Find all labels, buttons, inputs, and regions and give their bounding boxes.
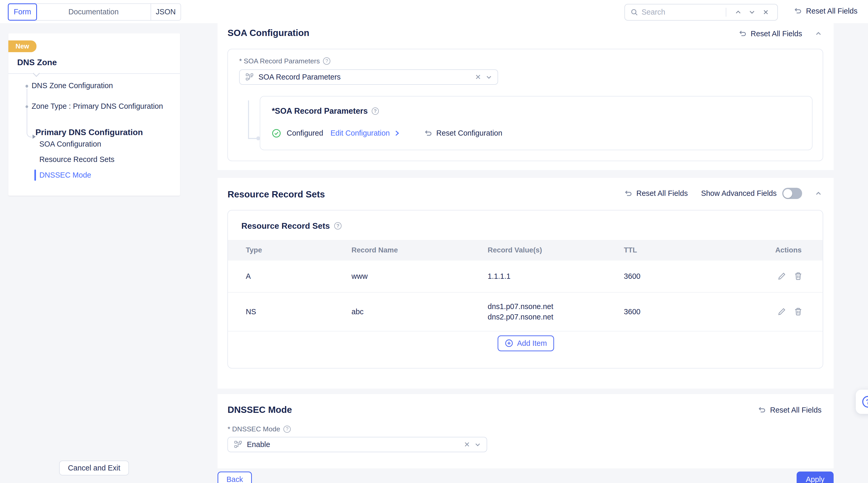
soa-collapse-chevron-up-icon[interactable] xyxy=(815,30,822,36)
rrs-table: Type Record Name Record Value(s) TTL Act… xyxy=(228,240,823,332)
dnssec-reset-all-fields[interactable]: Reset All Fields xyxy=(758,406,822,415)
chevron-right-icon[interactable] xyxy=(394,130,400,137)
reset-icon xyxy=(794,7,802,15)
soa-record-parameters-panel: *SOA Record Parameters ? Configured Edit… xyxy=(260,96,813,150)
help-icon[interactable]: ? xyxy=(372,108,379,115)
delete-row-trash-icon[interactable] xyxy=(794,272,803,281)
new-badge: New xyxy=(8,40,36,52)
search-divider xyxy=(726,8,726,17)
rrs-reset-all-fields[interactable]: Reset All Fields xyxy=(624,189,688,198)
col-header-record-name: Record Name xyxy=(351,246,488,254)
nav-tree-guide xyxy=(27,89,32,137)
soa-record-parameters-dropdown[interactable]: SOA Record Parameters ✕ xyxy=(239,69,498,85)
apply-button[interactable]: Apply xyxy=(797,472,834,483)
resource-record-sets-card: Resource Record Sets ? Type Record Name … xyxy=(227,210,823,369)
cell-ttl: 3600 xyxy=(624,308,741,316)
cell-record-values: 1.1.1.1 xyxy=(488,271,624,281)
cell-record-values: dns1.p07.nsone.net dns2.p07.nsone.net xyxy=(488,301,624,322)
search-prev-icon[interactable] xyxy=(731,9,745,15)
table-row: NS abc dns1.p07.nsone.net dns2.p07.nsone… xyxy=(228,293,823,332)
reset-icon xyxy=(739,29,747,38)
cell-type: A xyxy=(228,272,351,281)
rrs-card-title: Resource Record Sets xyxy=(241,221,330,231)
collapse-notch-icon[interactable] xyxy=(33,70,40,77)
plus-circle-icon xyxy=(505,339,513,347)
reset-icon xyxy=(758,406,766,414)
sidebar-item-soa-configuration[interactable]: SOA Configuration xyxy=(39,140,101,148)
add-item-button[interactable]: Add Item xyxy=(498,335,554,351)
help-icon[interactable]: ? xyxy=(323,57,330,65)
soa-field-label: * SOA Record Parameters xyxy=(239,57,320,65)
search-clear-icon[interactable] xyxy=(759,9,773,15)
search-box xyxy=(624,4,778,21)
edit-row-pencil-icon[interactable] xyxy=(777,272,786,281)
back-button[interactable]: Back xyxy=(218,472,252,483)
sidebar-item-primary-dns-configuration[interactable]: Primary DNS Configuration xyxy=(35,127,143,137)
edit-row-pencil-icon[interactable] xyxy=(777,307,786,316)
reset-all-fields-global[interactable]: Reset All Fields xyxy=(794,7,857,16)
help-icon[interactable]: ? xyxy=(334,222,342,229)
col-header-type: Type xyxy=(228,246,351,254)
tab-documentation[interactable]: Documentation xyxy=(36,4,151,20)
configured-check-icon xyxy=(272,129,281,138)
toggle-knob xyxy=(783,189,792,198)
sidebar-item-resource-record-sets[interactable]: Resource Record Sets xyxy=(39,155,114,164)
reset-configuration-link[interactable]: Reset Configuration xyxy=(424,129,502,137)
tree-connector xyxy=(248,101,249,139)
help-fab-button[interactable]: ? xyxy=(856,390,868,414)
tab-json[interactable]: JSON xyxy=(151,4,181,20)
sidebar-item-zone-type[interactable]: Zone Type : Primary DNS Configuration xyxy=(32,102,163,111)
soa-field-group: * SOA Record Parameters ? SOA Record Par… xyxy=(227,49,823,161)
workflow-icon xyxy=(246,73,253,81)
chevron-down-icon[interactable] xyxy=(486,74,492,81)
dnssec-section-title: DNSSEC Mode xyxy=(227,404,292,415)
cell-record-name: www xyxy=(351,272,488,281)
nested-panel-title: *SOA Record Parameters xyxy=(272,106,368,116)
table-header-row: Type Record Name Record Value(s) TTL Act… xyxy=(228,240,823,260)
delete-row-trash-icon[interactable] xyxy=(794,307,803,316)
dnssec-dropdown-value: Enable xyxy=(247,440,460,449)
cancel-and-exit-button[interactable]: Cancel and Exit xyxy=(59,461,129,476)
col-header-actions: Actions xyxy=(741,246,823,254)
dnssec-field-label: * DNSSEC Mode xyxy=(227,425,280,433)
search-input[interactable] xyxy=(642,8,724,17)
search-next-icon[interactable] xyxy=(745,9,759,15)
chevron-down-icon[interactable] xyxy=(474,441,481,448)
nav-bullet-icon xyxy=(26,85,28,88)
tree-connector xyxy=(248,138,257,139)
soa-reset-all-fields[interactable]: Reset All Fields xyxy=(739,29,802,38)
sidebar-title: DNS Zone xyxy=(17,58,57,67)
resource-record-sets-section: Resource Record Sets Reset All Fields Sh… xyxy=(218,178,834,389)
view-tabs: Form Documentation JSON xyxy=(8,3,181,21)
sidebar-item-dnssec-mode[interactable]: DNSSEC Mode xyxy=(39,171,91,179)
rrs-collapse-chevron-up-icon[interactable] xyxy=(815,190,822,196)
soa-section-title: SOA Configuration xyxy=(227,28,309,38)
edit-configuration-link[interactable]: Edit Configuration xyxy=(330,129,390,137)
cell-ttl: 3600 xyxy=(624,272,741,281)
show-advanced-fields-toggle[interactable] xyxy=(782,188,802,199)
search-icon xyxy=(630,8,638,16)
cell-type: NS xyxy=(228,308,351,316)
cell-record-name: abc xyxy=(351,308,488,316)
dns-zone-form-page: Form Documentation JSON Reset xyxy=(0,0,868,483)
soa-dropdown-value: SOA Record Parameters xyxy=(258,73,470,81)
soa-configuration-section: SOA Configuration Reset All Fields * SOA… xyxy=(218,23,834,170)
active-item-indicator xyxy=(34,170,36,181)
col-header-ttl: TTL xyxy=(624,246,741,254)
table-row: A www 1.1.1.1 3600 xyxy=(228,260,823,293)
reset-icon xyxy=(624,189,632,198)
top-bar: Form Documentation JSON Reset xyxy=(0,0,868,23)
configured-status-label: Configured xyxy=(287,129,323,137)
clear-selection-icon[interactable]: ✕ xyxy=(470,73,485,81)
sidebar-item-dns-zone-configuration[interactable]: DNS Zone Configuration xyxy=(32,81,113,90)
reset-icon xyxy=(424,129,432,137)
dnssec-mode-dropdown[interactable]: Enable ✕ xyxy=(227,437,487,453)
help-icon[interactable]: ? xyxy=(283,426,291,433)
show-advanced-fields-label: Show Advanced Fields xyxy=(701,189,777,198)
tab-form[interactable]: Form xyxy=(8,3,37,21)
rrs-section-title: Resource Record Sets xyxy=(227,189,325,200)
col-header-record-values: Record Value(s) xyxy=(488,245,624,255)
question-circle-icon: ? xyxy=(862,396,868,408)
dnssec-mode-section: DNSSEC Mode Reset All Fields * DNSSEC Mo… xyxy=(218,394,834,468)
clear-selection-icon[interactable]: ✕ xyxy=(460,440,474,449)
